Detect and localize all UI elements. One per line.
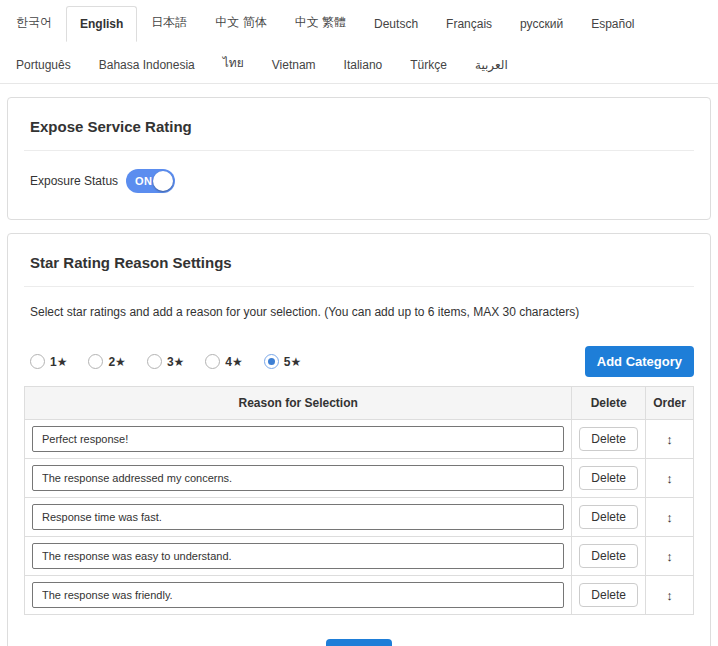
- delete-button[interactable]: Delete: [579, 583, 638, 607]
- toggle-knob-icon: [153, 171, 173, 191]
- table-row: Delete↕: [25, 498, 694, 537]
- reason-input[interactable]: [32, 465, 564, 491]
- delete-button[interactable]: Delete: [579, 466, 638, 490]
- radio-icon: [264, 354, 279, 369]
- table-row: Delete↕: [25, 537, 694, 576]
- order-cell: ↕: [646, 498, 694, 537]
- delete-cell: Delete: [572, 498, 646, 537]
- save-button[interactable]: Save: [326, 639, 392, 646]
- language-tab[interactable]: ไทย: [209, 42, 258, 83]
- delete-cell: Delete: [572, 459, 646, 498]
- reason-input[interactable]: [32, 582, 564, 608]
- language-tab[interactable]: 中文 简体: [201, 3, 280, 42]
- exposure-status-toggle[interactable]: ON: [126, 169, 175, 193]
- language-tab[interactable]: Vietnam: [258, 47, 330, 83]
- panel-divider: [24, 286, 694, 287]
- radio-icon: [205, 354, 220, 369]
- language-tab[interactable]: Deutsch: [360, 6, 432, 42]
- language-tab[interactable]: 日本語: [137, 3, 201, 42]
- reason-input[interactable]: [32, 543, 564, 569]
- star-option-label: 2★: [108, 355, 125, 369]
- delete-button[interactable]: Delete: [579, 544, 638, 568]
- radio-icon: [88, 354, 103, 369]
- language-tab[interactable]: 한국어: [2, 3, 66, 42]
- header-reason-for-selection: Reason for Selection: [25, 387, 572, 420]
- language-tab[interactable]: Italiano: [330, 47, 397, 83]
- reason-cell: [25, 459, 572, 498]
- delete-cell: Delete: [572, 420, 646, 459]
- delete-button[interactable]: Delete: [579, 505, 638, 529]
- header-delete: Delete: [572, 387, 646, 420]
- star-option-label: 4★: [225, 355, 242, 369]
- table-row: Delete↕: [25, 420, 694, 459]
- language-tab[interactable]: 中文 繁體: [281, 3, 360, 42]
- star-rating-option[interactable]: 1★: [30, 354, 67, 369]
- expose-panel-title: Expose Service Rating: [30, 118, 694, 135]
- reorder-handle-icon[interactable]: ↕: [666, 432, 673, 447]
- reason-cell: [25, 498, 572, 537]
- delete-cell: Delete: [572, 576, 646, 615]
- reason-cell: [25, 420, 572, 459]
- expose-service-rating-panel: Expose Service Rating Exposure Status ON: [7, 97, 711, 220]
- star-rating-option[interactable]: 3★: [147, 354, 184, 369]
- star-rating-option[interactable]: 5★: [264, 354, 301, 369]
- language-tab[interactable]: English: [66, 6, 137, 42]
- language-tab[interactable]: русский: [506, 6, 577, 42]
- star-rating-option[interactable]: 2★: [88, 354, 125, 369]
- reason-table: Reason for Selection Delete Order Delete…: [24, 386, 694, 615]
- reorder-handle-icon[interactable]: ↕: [666, 549, 673, 564]
- reason-input[interactable]: [32, 504, 564, 530]
- language-tab-bar: 한국어English日本語中文 简体中文 繁體DeutschFrançaisру…: [0, 0, 718, 84]
- table-row: Delete↕: [25, 459, 694, 498]
- add-category-button[interactable]: Add Category: [585, 346, 694, 377]
- star-option-label: 1★: [50, 355, 67, 369]
- panel-divider: [24, 150, 694, 151]
- delete-button[interactable]: Delete: [579, 427, 638, 451]
- star-rating-radio-group: 1★2★3★4★5★: [30, 354, 301, 369]
- star-option-label: 5★: [284, 355, 301, 369]
- language-tab[interactable]: Français: [432, 6, 506, 42]
- language-tab[interactable]: العربية: [461, 47, 522, 83]
- language-tab[interactable]: Português: [2, 47, 85, 83]
- delete-cell: Delete: [572, 537, 646, 576]
- table-header-row: Reason for Selection Delete Order: [25, 387, 694, 420]
- exposure-status-label: Exposure Status: [30, 174, 118, 188]
- language-tab[interactable]: Türkçe: [396, 47, 461, 83]
- reason-panel-description: Select star ratings and add a reason for…: [30, 305, 694, 319]
- reason-input[interactable]: [32, 426, 564, 452]
- reason-cell: [25, 537, 572, 576]
- table-row: Delete↕: [25, 576, 694, 615]
- radio-icon: [147, 354, 162, 369]
- reason-panel-title: Star Rating Reason Settings: [30, 254, 694, 271]
- language-tab[interactable]: Español: [577, 6, 648, 42]
- order-cell: ↕: [646, 576, 694, 615]
- order-cell: ↕: [646, 420, 694, 459]
- toggle-state-text: ON: [135, 169, 152, 193]
- star-option-label: 3★: [167, 355, 184, 369]
- radio-icon: [30, 354, 45, 369]
- reason-cell: [25, 576, 572, 615]
- reorder-handle-icon[interactable]: ↕: [666, 471, 673, 486]
- order-cell: ↕: [646, 459, 694, 498]
- star-rating-option[interactable]: 4★: [205, 354, 242, 369]
- reorder-handle-icon[interactable]: ↕: [666, 510, 673, 525]
- reorder-handle-icon[interactable]: ↕: [666, 588, 673, 603]
- star-rating-reason-panel: Star Rating Reason Settings Select star …: [7, 233, 711, 646]
- header-order: Order: [646, 387, 694, 420]
- order-cell: ↕: [646, 537, 694, 576]
- language-tab[interactable]: Bahasa Indonesia: [85, 47, 209, 83]
